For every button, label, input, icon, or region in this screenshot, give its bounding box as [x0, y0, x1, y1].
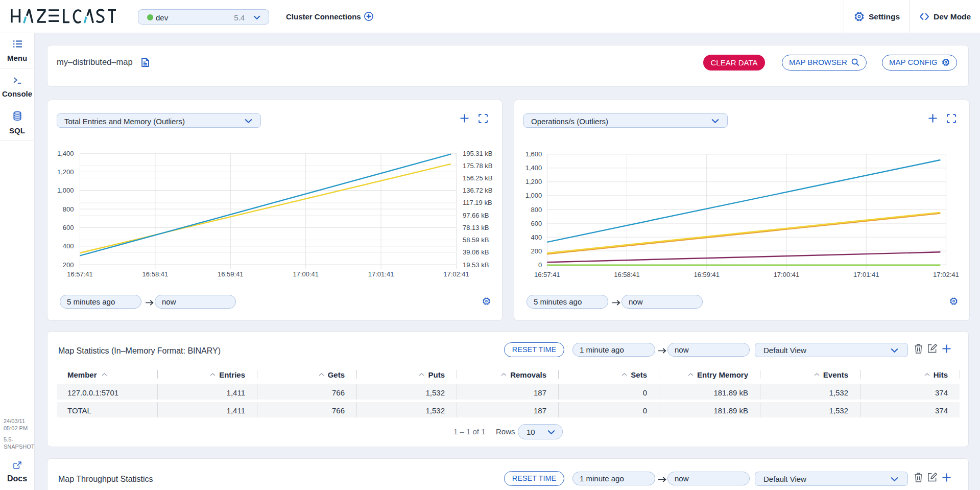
svg-text:1,000: 1,000 [525, 192, 542, 199]
svg-text:400: 400 [531, 234, 542, 241]
svg-text:17:02:41: 17:02:41 [933, 271, 959, 278]
svg-text:200: 200 [531, 247, 542, 255]
svg-text:17:00:41: 17:00:41 [774, 271, 800, 278]
svg-text:600: 600 [63, 224, 74, 231]
svg-text:800: 800 [63, 205, 74, 213]
svg-text:97.66 kB: 97.66 kB [463, 212, 489, 219]
svg-text:17:00:41: 17:00:41 [293, 270, 319, 278]
svg-text:16:58:41: 16:58:41 [142, 270, 169, 278]
svg-text:0: 0 [538, 261, 542, 269]
svg-text:1,400: 1,400 [525, 164, 542, 172]
svg-text:156.25 kB: 156.25 kB [463, 174, 493, 182]
svg-text:175.78 kB: 175.78 kB [463, 162, 493, 170]
svg-text:16:57:41: 16:57:41 [67, 270, 93, 278]
svg-text:117.19 kB: 117.19 kB [463, 199, 492, 206]
svg-text:600: 600 [531, 220, 542, 227]
svg-text:1,400: 1,400 [57, 150, 74, 157]
svg-text:16:58:41: 16:58:41 [614, 271, 640, 278]
svg-text:78.13 kB: 78.13 kB [463, 224, 489, 231]
svg-text:17:02:41: 17:02:41 [443, 270, 469, 278]
svg-text:400: 400 [63, 242, 74, 250]
svg-text:16:59:41: 16:59:41 [694, 271, 720, 278]
svg-text:58.59 kB: 58.59 kB [463, 236, 489, 244]
svg-text:19.53 kB: 19.53 kB [463, 261, 489, 269]
svg-text:17:01:41: 17:01:41 [368, 270, 394, 278]
svg-text:17:01:41: 17:01:41 [853, 271, 879, 278]
svg-text:1,000: 1,000 [57, 186, 74, 194]
svg-text:16:59:41: 16:59:41 [218, 270, 244, 278]
svg-text:800: 800 [531, 206, 542, 214]
svg-text:195.31 kB: 195.31 kB [463, 150, 493, 157]
svg-text:200: 200 [63, 261, 74, 269]
svg-text:39.06 kB: 39.06 kB [463, 248, 489, 256]
svg-text:1,600: 1,600 [525, 150, 542, 158]
svg-text:136.72 kB: 136.72 kB [463, 186, 493, 194]
svg-text:1,200: 1,200 [525, 178, 542, 185]
svg-text:16:57:41: 16:57:41 [534, 271, 560, 278]
svg-text:1,200: 1,200 [57, 168, 74, 176]
